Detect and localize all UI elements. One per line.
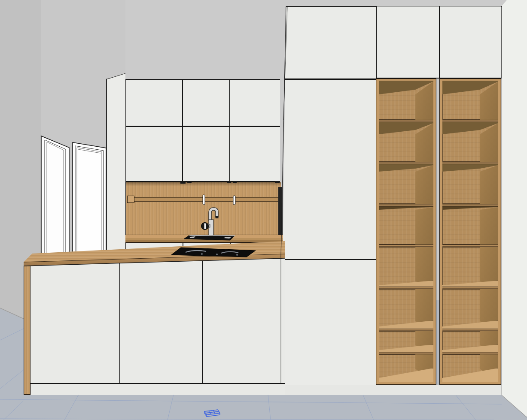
counter-underline: [24, 258, 285, 266]
faucet[interactable]: [201, 209, 219, 236]
pillar-top-edge: [106, 73, 125, 79]
planner-3d-viewport[interactable]: [0, 0, 527, 420]
sink[interactable]: [184, 235, 235, 240]
faucet-body: [209, 220, 213, 236]
cabinet-handles[interactable]: [180, 181, 280, 184]
wall-floor-junction-right: [502, 395, 527, 417]
cooktop[interactable]: [171, 248, 256, 257]
floor-grid-lines: [0, 329, 502, 420]
selected-floor-object[interactable]: [204, 410, 220, 417]
faucet-spout: [216, 216, 219, 218]
foreground-linework: [0, 0, 527, 420]
tall-cabinet-edge-lines: [281, 6, 287, 384]
rail-hooks[interactable]: [203, 195, 235, 205]
